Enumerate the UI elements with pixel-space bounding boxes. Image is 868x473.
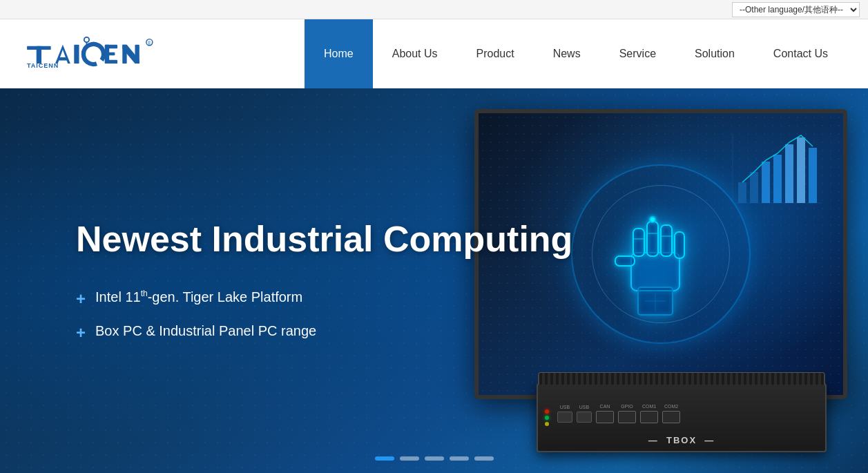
feature-text-2: Box PC & Industrial Panel PC range	[95, 322, 316, 340]
led-red	[545, 409, 549, 414]
svg-text:®: ®	[148, 40, 151, 45]
nav-item-product[interactable]: Product	[457, 19, 534, 88]
slider-dot-3[interactable]	[425, 456, 444, 461]
tbox-leds	[545, 409, 549, 426]
svg-text:TAICENN: TAICENN	[27, 62, 59, 69]
gpio-port	[618, 411, 636, 423]
port-group-usb1: USB	[557, 405, 572, 423]
svg-rect-8	[105, 59, 117, 63]
port-label-can: CAN	[600, 404, 610, 409]
logo-image: ® TAICENN	[21, 33, 159, 75]
slider-dot-1[interactable]	[375, 456, 394, 461]
slider-dot-5[interactable]	[474, 456, 494, 461]
port-label-usb2: USB	[579, 405, 589, 409]
tbox-top-vent	[538, 372, 825, 385]
hero-title: Newest Industrial Computing	[76, 219, 572, 260]
can-port	[596, 411, 614, 423]
led-yellow	[545, 422, 549, 426]
port-label-gpio: GPIO	[621, 404, 633, 409]
nav-item-home[interactable]: Home	[305, 19, 373, 88]
svg-rect-17	[631, 253, 679, 291]
svg-rect-6	[105, 44, 117, 48]
header: ® TAICENN Home About Us Product News Ser…	[0, 19, 868, 88]
robot-hand	[600, 184, 711, 325]
svg-rect-22	[615, 256, 635, 266]
svg-point-12	[84, 37, 89, 41]
port-group-com2: COM2	[662, 404, 680, 423]
nav-item-solution[interactable]: Solution	[675, 19, 754, 88]
tbox-ports: USB USB CAN GPIO COM1	[552, 404, 686, 423]
slider-dot-2[interactable]	[400, 456, 419, 461]
svg-rect-20	[661, 225, 672, 256]
nav-item-about[interactable]: About Us	[373, 19, 457, 88]
hero-feature-2: + Box PC & Industrial Panel PC range	[76, 322, 572, 343]
svg-marker-2	[55, 44, 70, 63]
svg-rect-19	[647, 222, 658, 256]
com2-port	[662, 411, 680, 423]
port-group-com1: COM1	[640, 404, 658, 423]
svg-rect-1	[37, 46, 41, 63]
port-group-gpio: GPIO	[618, 404, 636, 423]
tbox-label: — TBOX —	[648, 435, 715, 445]
svg-rect-21	[675, 232, 684, 258]
svg-rect-18	[633, 229, 644, 256]
feature-plus-1: +	[76, 288, 86, 309]
port-label-com1: COM1	[642, 404, 656, 409]
feature-text-1: Intel 11th-gen. Tiger Lake Platform	[95, 288, 302, 306]
tbox-device: USB USB CAN GPIO COM1	[537, 383, 827, 452]
slider-dots	[375, 456, 494, 461]
svg-point-27	[650, 217, 655, 222]
logo-area[interactable]: ® TAICENN	[21, 33, 159, 75]
top-bar: --Other language/其他语种--	[0, 0, 868, 19]
hero-section: Newest Industrial Computing + Intel 11th…	[0, 88, 868, 473]
feature-plus-2: +	[76, 322, 86, 343]
nav-item-service[interactable]: Service	[600, 19, 675, 88]
nav-item-contact[interactable]: Contact Us	[754, 19, 847, 88]
hero-content: Newest Industrial Computing + Intel 11th…	[0, 205, 572, 356]
svg-rect-7	[105, 52, 115, 55]
port-label-usb1: USB	[560, 405, 570, 409]
hero-feature-1: + Intel 11th-gen. Tiger Lake Platform	[76, 288, 572, 309]
svg-rect-3	[59, 57, 68, 61]
com1-port	[640, 411, 658, 423]
language-selector[interactable]: --Other language/其他语种--	[732, 2, 860, 17]
main-nav: Home About Us Product News Service Solut…	[305, 19, 847, 88]
usb-port-2	[577, 412, 592, 423]
slider-dot-4[interactable]	[450, 456, 469, 461]
usb-port-1	[557, 412, 572, 423]
port-label-com2: COM2	[664, 404, 678, 409]
led-green	[545, 416, 549, 420]
svg-rect-4	[74, 44, 79, 63]
nav-item-news[interactable]: News	[534, 19, 600, 88]
port-group-can: CAN	[596, 404, 614, 423]
port-group-usb2: USB	[577, 405, 592, 423]
